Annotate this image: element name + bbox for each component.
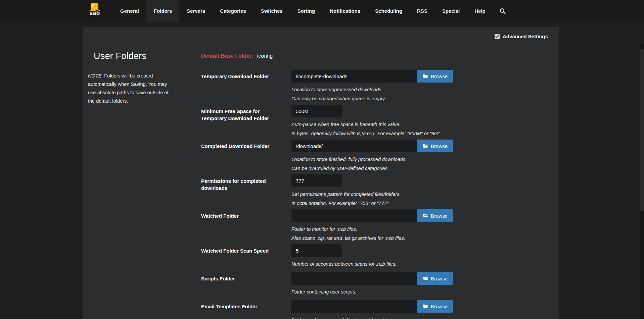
folders-form: Default Base Folder: /config Temporary D… bbox=[201, 27, 559, 319]
field-label: Scripts Folder bbox=[201, 272, 282, 297]
nav-item-help[interactable]: Help bbox=[467, 0, 493, 22]
help-text: Folder containing user-defined email tem… bbox=[291, 315, 559, 319]
watched-folder-browse-button[interactable]: Browse bbox=[417, 209, 453, 222]
completed-download-folder-input[interactable] bbox=[291, 140, 417, 152]
nav-item-switches[interactable]: Switches bbox=[254, 0, 290, 22]
note-prefix: NOTE bbox=[88, 73, 101, 78]
scrollbar-thumb[interactable] bbox=[640, 49, 644, 211]
form-row-permissions-for-completed-downloads: Permissions for completed downloadsSet p… bbox=[201, 174, 559, 208]
help-text: Auto-pause when free space is beneath th… bbox=[291, 120, 559, 129]
form-row-scripts-folder: Scripts FolderBrowseFolder containing us… bbox=[201, 272, 559, 297]
browse-button-label: Browse bbox=[431, 143, 448, 149]
temporary-download-folder-browse-button[interactable]: Browse bbox=[417, 70, 453, 83]
field-label: Minimum Free Space for Temporary Downloa… bbox=[201, 105, 282, 138]
default-base-folder-line: Default Base Folder: /config bbox=[201, 53, 559, 59]
open-folder-icon bbox=[423, 276, 428, 281]
scripts-folder-browse-button[interactable]: Browse bbox=[417, 272, 453, 285]
field-label: Watched Folder bbox=[201, 209, 282, 243]
section-note: NOTE: Folders will be created automatica… bbox=[88, 72, 176, 105]
help-text: Can only be changed when queue is empty. bbox=[291, 94, 559, 103]
form-row-minimum-free-space-for-temporary-download-folder: Minimum Free Space for Temporary Downloa… bbox=[201, 105, 559, 138]
help-text: In bytes, optionally follow with K,M,G,T… bbox=[291, 129, 559, 138]
field-label: Watched Folder Scan Speed bbox=[201, 244, 282, 269]
default-base-folder-label: Default Base Folder: bbox=[201, 53, 254, 59]
nav-item-folders[interactable]: Folders bbox=[146, 0, 179, 22]
help-text: Folder containing user scripts. bbox=[291, 287, 559, 297]
nav-item-rss[interactable]: RSS bbox=[410, 0, 435, 22]
top-navbar: sab GeneralFoldersServersCategoriesSwitc… bbox=[0, 0, 644, 22]
field-label: Temporary Download Folder bbox=[201, 70, 282, 103]
advanced-settings-label: Advanced Settings bbox=[503, 34, 548, 39]
open-folder-icon bbox=[423, 213, 428, 218]
page-title: User Folders bbox=[88, 51, 201, 61]
sabnzbd-arrow-icon: sab bbox=[87, 2, 103, 20]
help-text: Location to store finished, fully proces… bbox=[291, 155, 559, 164]
permissions-for-completed-downloads-input[interactable] bbox=[291, 174, 342, 187]
nav-item-categories[interactable]: Categories bbox=[213, 0, 254, 22]
help-text: Also scans .zip .rar and .tar.gz archive… bbox=[291, 234, 559, 243]
advanced-settings-row: Advanced Settings bbox=[495, 34, 548, 39]
field-label: Completed Download Folder bbox=[201, 140, 282, 173]
search-button[interactable] bbox=[493, 0, 512, 22]
help-text: Set permissions pattern for completed fi… bbox=[291, 190, 559, 199]
help-text: Folder to monitor for .nzb files. bbox=[291, 225, 559, 234]
svg-text:sab: sab bbox=[89, 10, 100, 16]
help-text: Can be overruled by user-defined categor… bbox=[291, 164, 559, 173]
email-templates-folder-browse-button[interactable]: Browse bbox=[417, 300, 453, 313]
search-icon bbox=[500, 8, 506, 14]
section-info-column: User Folders NOTE: Folders will be creat… bbox=[83, 27, 201, 319]
browse-button-label: Browse bbox=[431, 304, 448, 309]
nav-item-servers[interactable]: Servers bbox=[179, 0, 213, 22]
nav-item-notifications[interactable]: Notifications bbox=[322, 0, 368, 22]
browse-button-label: Browse bbox=[431, 276, 448, 281]
field-label: Permissions for completed downloads bbox=[201, 174, 282, 208]
help-text: Location to store unprocessed downloads. bbox=[291, 85, 559, 94]
minimum-free-space-for-temporary-download-folder-input[interactable] bbox=[291, 105, 342, 117]
form-row-watched-folder-scan-speed: Watched Folder Scan SpeedNumber of secon… bbox=[201, 244, 559, 269]
nav-item-scheduling[interactable]: Scheduling bbox=[368, 0, 410, 22]
scripts-folder-input[interactable] bbox=[291, 272, 417, 285]
page-background: Advanced Settings User Folders NOTE: Fol… bbox=[0, 22, 644, 319]
default-base-folder-value: /config bbox=[257, 53, 273, 59]
field-label: Email Templates Folder bbox=[201, 300, 282, 319]
form-row-completed-download-folder: Completed Download FolderBrowseLocation … bbox=[201, 140, 559, 173]
folders-settings-panel: Advanced Settings User Folders NOTE: Fol… bbox=[83, 27, 559, 319]
vertical-scrollbar bbox=[640, 44, 644, 319]
form-row-email-templates-folder: Email Templates FolderBrowseFolder conta… bbox=[201, 300, 559, 319]
help-text: Number of seconds between scans for .nzb… bbox=[291, 260, 559, 269]
watched-folder-input[interactable] bbox=[291, 209, 417, 222]
nav-item-sorting[interactable]: Sorting bbox=[290, 0, 323, 22]
nav-item-general[interactable]: General bbox=[113, 0, 146, 22]
advanced-settings-checkbox[interactable] bbox=[495, 34, 500, 39]
open-folder-icon bbox=[423, 74, 428, 78]
form-row-temporary-download-folder: Temporary Download FolderBrowseLocation … bbox=[201, 70, 559, 103]
completed-download-folder-browse-button[interactable]: Browse bbox=[417, 140, 453, 152]
sabnzbd-logo[interactable]: sab bbox=[87, 0, 103, 22]
form-row-watched-folder: Watched FolderBrowseFolder to monitor fo… bbox=[201, 209, 559, 243]
open-folder-icon bbox=[423, 144, 428, 148]
nav-item-special[interactable]: Special bbox=[435, 0, 467, 22]
browse-button-label: Browse bbox=[431, 73, 448, 79]
watched-folder-scan-speed-input[interactable] bbox=[291, 244, 342, 257]
browse-button-label: Browse bbox=[431, 213, 448, 219]
temporary-download-folder-input[interactable] bbox=[291, 70, 417, 83]
email-templates-folder-input[interactable] bbox=[291, 300, 417, 313]
open-folder-icon bbox=[423, 304, 428, 309]
main-nav: GeneralFoldersServersCategoriesSwitchesS… bbox=[113, 0, 493, 22]
help-text: In octal notation. For example: "755" or… bbox=[291, 199, 559, 208]
